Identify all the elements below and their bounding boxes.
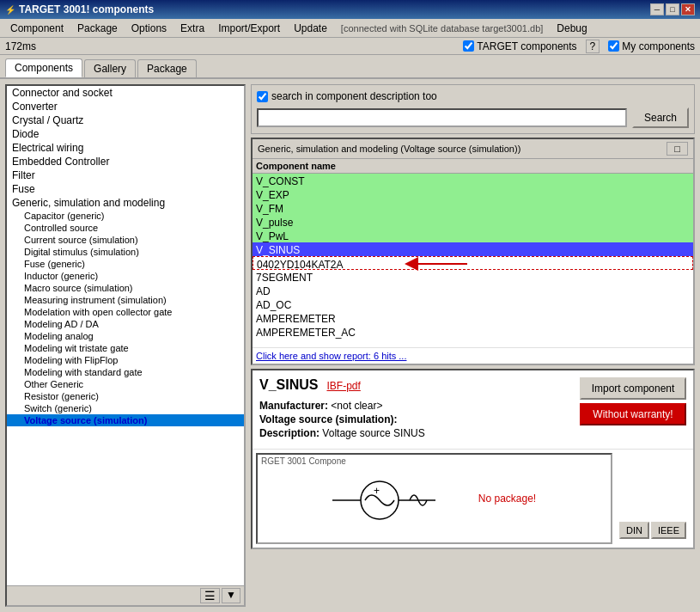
cat-tristate[interactable]: Modeling wit tristate gate [7,342,244,354]
target-components-checkbox[interactable] [463,40,474,52]
cat-current-source[interactable]: Current source (simulation) [7,234,244,246]
cat-open-collector[interactable]: Modelation with open collector gate [7,306,244,318]
main-content: Connector and socket Converter Crystal /… [0,79,700,612]
cat-converter[interactable]: Converter [7,100,244,113]
cat-fuse[interactable]: Fuse [7,182,244,196]
comp-row-v-pulse[interactable]: V_pulse [253,215,693,229]
comp-row-7segment[interactable]: 7SEGMENT [253,270,693,284]
right-panel: search in component description too Sear… [251,84,695,607]
tab-gallery[interactable]: Gallery [84,59,136,77]
window-controls: ─ □ ✕ [650,3,695,15]
search-description-label: search in component description too [271,90,437,102]
cat-electrical[interactable]: Electrical wiring [7,141,244,155]
detail-type-label: Voltage source (simulation): [259,413,397,425]
schematic-title: RGET 3001 Compone [261,456,346,466]
maximize-button[interactable]: □ [666,3,679,15]
comp-row-amperemeter-ac[interactable]: AMPEREMETER_AC [253,325,693,339]
menu-options[interactable]: Options [125,21,173,36]
warranty-button[interactable]: Without warranty! [580,403,686,425]
menu-debug[interactable]: Debug [550,21,593,36]
cat-diode[interactable]: Diode [7,127,244,141]
category-list: Connector and socket Converter Crystal /… [7,86,244,585]
detail-panel: V_SINUS IBF-pdf Manufacturer: <not clear… [251,369,695,549]
cat-modeling-ad[interactable]: Modeling AD / DA [7,318,244,330]
comp-row-v-exp[interactable]: V_EXP [253,187,693,201]
search-description-checkbox[interactable] [257,91,268,102]
cat-capacitor[interactable]: Capacitor (generic) [7,210,244,222]
detail-manufacturer-label: Manufacturer: [259,400,328,412]
report-link[interactable]: Click here and show report: 6 hits ... [253,347,693,364]
menu-package[interactable]: Package [70,21,125,36]
detail-description-label: Description: [259,427,320,439]
import-component-button[interactable]: Import component [580,377,686,400]
comp-row-v-fm[interactable]: V_FM [253,201,693,215]
cat-fuse-generic[interactable]: Fuse (generic) [7,258,244,270]
comp-row-v-pwl[interactable]: V_PwL [253,229,693,242]
my-components-label: My components [622,40,695,52]
din-button[interactable]: DIN [619,522,649,539]
tab-components[interactable]: Components [5,58,82,77]
cat-inductor[interactable]: Inductor (generic) [7,270,244,282]
search-input[interactable] [257,108,627,127]
status-time: 172ms [5,40,36,52]
help-icon[interactable]: ? [586,40,600,53]
din-ieee-buttons: DIN IEEE [619,522,686,539]
detail-description-value: Voltage source SINUS [322,427,424,439]
menu-bar: Component Package Options Extra Import/E… [0,19,700,38]
detail-name: V_SINUS [259,377,318,393]
scroll-down-icon[interactable]: ▼ [222,588,240,603]
detail-description-row: Description: Voltage source SINUS [259,427,566,439]
cat-switch[interactable]: Switch (generic) [7,402,244,414]
cat-macro-source[interactable]: Macro source (simulation) [7,282,244,294]
detail-actions: Import component Without warranty! [573,370,693,449]
cat-standard-gate[interactable]: Modeling with standard gate [7,366,244,378]
menu-extra[interactable]: Extra [173,21,211,36]
cat-resistor[interactable]: Resistor (generic) [7,390,244,402]
title-bar: ⚡ TARGET 3001! components ─ □ ✕ [0,0,700,19]
ieee-button[interactable]: IEEE [651,522,686,539]
cat-generic[interactable]: Generic, simulation and modeling [7,196,244,210]
cat-measuring[interactable]: Measuring instrument (simulation) [7,294,244,306]
schematic-area: RGET 3001 Compone + [253,449,693,548]
comp-row-ad-oc[interactable]: AD_OC [253,297,693,311]
list-icon[interactable]: ☰ [200,588,220,603]
detail-ibf-link[interactable]: IBF-pdf [326,380,360,392]
detail-type-row: Voltage source (simulation): [259,413,566,425]
cat-flipflop[interactable]: Modeling with FlipFlop [7,354,244,366]
search-area: search in component description too Sear… [251,84,695,134]
tabs-bar: Components Gallery Package [0,55,700,79]
my-components-checkbox[interactable] [608,40,619,52]
comp-row-v-sinus[interactable]: V_SINUS [253,242,693,256]
menu-update[interactable]: Update [287,21,334,36]
svg-text:+: + [374,485,380,497]
cat-crystal[interactable]: Crystal / Quartz [7,113,244,127]
cat-filter[interactable]: Filter [7,168,244,182]
close-button[interactable]: ✕ [681,3,695,15]
comp-col-header: Component name [253,159,693,174]
tab-package[interactable]: Package [137,59,197,77]
comp-row-ad[interactable]: AD [253,284,693,297]
comp-list-inner: V_CONST V_EXP V_FM V_pulse V_PwL V_SINUS… [253,174,693,347]
cat-embedded[interactable]: Embedded Controller [7,155,244,168]
menu-component[interactable]: Component [3,21,70,36]
cat-digital-stimulus[interactable]: Digital stimulus (simulation) [7,246,244,258]
search-button[interactable]: Search [632,107,689,128]
cat-voltage-source[interactable]: Voltage source (simulation) [7,414,244,426]
category-panel: Connector and socket Converter Crystal /… [5,84,246,607]
cat-connector[interactable]: Connector and socket [7,86,244,100]
status-bar: 172ms TARGET components ? My components [0,38,700,55]
detail-info: V_SINUS IBF-pdf Manufacturer: <not clear… [253,370,573,449]
cat-other-generic[interactable]: Other Generic [7,378,244,390]
schematic-preview: RGET 3001 Compone + [256,453,612,544]
window-title: TARGET 3001! components [19,3,154,15]
comp-row-v-const[interactable]: V_CONST [253,174,693,187]
comp-list-tab-btn[interactable]: □ [667,142,688,156]
cat-controlled-source[interactable]: Controlled source [7,222,244,234]
minimize-button[interactable]: ─ [650,3,664,15]
menu-import-export[interactable]: Import/Export [211,21,287,36]
comp-row-amperemeter[interactable]: AMPEREMETER [253,311,693,325]
schematic-svg: + [332,464,461,533]
menu-db-status: [connected with SQLite database target30… [334,21,550,35]
comp-row-0402[interactable]: 0402YD104KAT2A [253,256,693,270]
cat-modeling-analog[interactable]: Modeling analog [7,330,244,342]
